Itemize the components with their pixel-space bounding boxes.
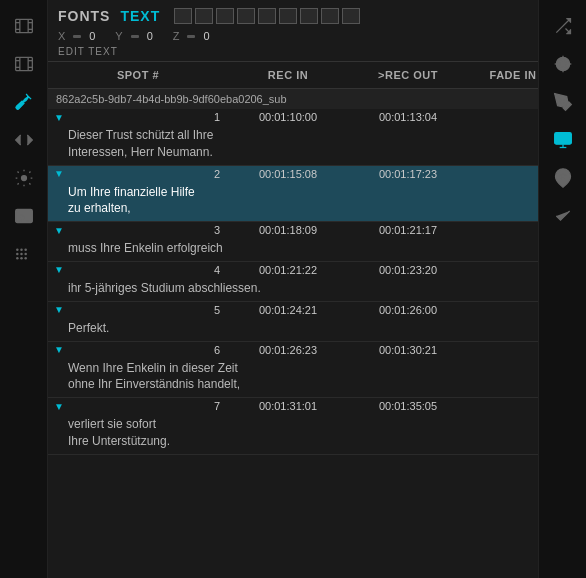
sidebar-item-code[interactable] — [6, 122, 42, 158]
sidebar-item-check[interactable] — [545, 198, 581, 234]
sidebar-item-pen[interactable] — [545, 84, 581, 120]
subtitle-text-6: Wenn Ihre Enkelin in dieser Zeitohne Ihr… — [48, 358, 538, 398]
sidebar-item-monitor[interactable] — [545, 122, 581, 158]
table-row[interactable]: ▼ 7 00:01:31:01 00:01:35:05 — [48, 398, 538, 414]
y-value: 0 — [147, 30, 167, 42]
rec-in-5: 00:01:24:21 — [228, 304, 348, 316]
fonts-label: FONTS — [58, 8, 110, 24]
svg-point-17 — [16, 253, 19, 256]
svg-point-23 — [16, 249, 19, 252]
subtitle-text-2: Um Ihre finanzielle Hilfezu erhalten, — [48, 182, 538, 222]
tc-spot-2: ▼ 2 — [48, 168, 228, 180]
font-box-5[interactable] — [258, 8, 276, 24]
expand-arrow-1[interactable]: ▼ — [54, 112, 64, 123]
svg-point-21 — [24, 253, 27, 256]
svg-point-24 — [20, 249, 23, 252]
tc-spot-3: ▼ 3 — [48, 224, 228, 236]
svg-rect-15 — [15, 209, 32, 222]
sidebar-right — [538, 0, 586, 578]
sidebar-left — [0, 0, 48, 578]
svg-point-18 — [20, 253, 23, 256]
edit-text-label: EDIT TEXT — [58, 46, 528, 57]
tc-spot-7: ▼ 7 — [48, 400, 228, 412]
svg-point-34 — [560, 100, 563, 103]
z-label: Z — [173, 30, 180, 42]
subtitle-text-3: muss Ihre Enkelin erfolgreich — [48, 238, 538, 261]
table-row[interactable]: ▼ 1 00:01:10:00 00:01:13:04 — [48, 109, 538, 125]
font-box-2[interactable] — [195, 8, 213, 24]
font-box-3[interactable] — [216, 8, 234, 24]
header-fade-in: FADE IN — [468, 66, 538, 84]
toolbar: FONTS TEXT X 0 Y 0 Z 0 — [48, 0, 538, 62]
sidebar-item-terminal[interactable] — [6, 198, 42, 234]
expand-arrow-6[interactable]: ▼ — [54, 344, 64, 355]
x-dot — [73, 35, 81, 38]
rec-out-6: 00:01:30:21 — [348, 344, 468, 356]
subtitle-table[interactable]: SPOT # REC IN >REC OUT FADE IN 862a2c5b-… — [48, 62, 538, 578]
spot-num-2: 2 — [68, 168, 228, 180]
spot-num-6: 6 — [68, 344, 228, 356]
y-label: Y — [115, 30, 122, 42]
subtitle-text-7: verliert sie sofortIhre Unterstützung. — [48, 414, 538, 454]
sidebar-item-effects[interactable] — [545, 46, 581, 82]
subtitle-group-5: ▼ 5 00:01:24:21 00:01:26:00 Perfekt. — [48, 302, 538, 342]
expand-arrow-5[interactable]: ▼ — [54, 304, 64, 315]
subtitle-group-6: ▼ 6 00:01:26:23 00:01:30:21 Wenn Ihre En… — [48, 342, 538, 399]
rec-in-3: 00:01:18:09 — [228, 224, 348, 236]
spot-num-4: 4 — [68, 264, 228, 276]
font-box-1[interactable] — [174, 8, 192, 24]
svg-rect-0 — [15, 19, 32, 32]
svg-point-25 — [24, 249, 27, 252]
font-box-8[interactable] — [321, 8, 339, 24]
x-value: 0 — [89, 30, 109, 42]
svg-point-22 — [24, 257, 27, 260]
x-label: X — [58, 30, 65, 42]
sidebar-item-dots[interactable] — [6, 236, 42, 272]
spot-num-1: 1 — [68, 111, 228, 123]
font-box-4[interactable] — [237, 8, 255, 24]
sidebar-item-tools[interactable] — [6, 84, 42, 120]
spot-num-7: 7 — [68, 400, 228, 412]
file-row: 862a2c5b-9db7-4b4d-bb9b-9df60eba0206_sub — [48, 89, 538, 109]
table-row[interactable]: ▼ 4 00:01:21:22 00:01:23:20 — [48, 262, 538, 278]
svg-point-14 — [21, 176, 26, 181]
table-row[interactable]: ▼ 3 00:01:18:09 00:01:21:17 — [48, 222, 538, 238]
rec-out-7: 00:01:35:05 — [348, 400, 468, 412]
sidebar-item-film[interactable] — [6, 8, 42, 44]
spot-num-3: 3 — [68, 224, 228, 236]
svg-rect-35 — [554, 133, 571, 145]
rec-in-1: 00:01:10:00 — [228, 111, 348, 123]
table-row[interactable]: ▼ 2 00:01:15:08 00:01:17:23 — [48, 166, 538, 182]
subtitle-group-7: ▼ 7 00:01:31:01 00:01:35:05 verliert sie… — [48, 398, 538, 455]
sidebar-item-shuffle[interactable] — [545, 8, 581, 44]
file-name: 862a2c5b-9db7-4b4d-bb9b-9df60eba0206_sub — [56, 93, 287, 105]
font-style-boxes — [174, 8, 360, 24]
table-row[interactable]: ▼ 6 00:01:26:23 00:01:30:21 — [48, 342, 538, 358]
font-box-6[interactable] — [279, 8, 297, 24]
expand-arrow-7[interactable]: ▼ — [54, 401, 64, 412]
z-value: 0 — [203, 30, 223, 42]
sidebar-item-film2[interactable] — [6, 46, 42, 82]
font-box-7[interactable] — [300, 8, 318, 24]
rec-out-1: 00:01:13:04 — [348, 111, 468, 123]
expand-arrow-3[interactable]: ▼ — [54, 225, 64, 236]
header-spot: SPOT # — [48, 66, 228, 84]
header-rec-in: REC IN — [228, 66, 348, 84]
expand-arrow-2[interactable]: ▼ — [54, 168, 64, 179]
rec-in-6: 00:01:26:23 — [228, 344, 348, 356]
text-label: TEXT — [120, 8, 160, 24]
table-row[interactable]: ▼ 5 00:01:24:21 00:01:26:00 — [48, 302, 538, 318]
sidebar-item-location[interactable] — [545, 160, 581, 196]
sidebar-item-settings[interactable] — [6, 160, 42, 196]
tc-spot-6: ▼ 6 — [48, 344, 228, 356]
subtitle-group-3: ▼ 3 00:01:18:09 00:01:21:17 muss Ihre En… — [48, 222, 538, 262]
rec-in-2: 00:01:15:08 — [228, 168, 348, 180]
svg-rect-7 — [15, 57, 32, 70]
rec-out-5: 00:01:26:00 — [348, 304, 468, 316]
table-header: SPOT # REC IN >REC OUT FADE IN — [48, 62, 538, 89]
subtitle-group-4: ▼ 4 00:01:21:22 00:01:23:20 ihr 5-jährig… — [48, 262, 538, 302]
font-box-9[interactable] — [342, 8, 360, 24]
svg-point-38 — [560, 174, 565, 179]
expand-arrow-4[interactable]: ▼ — [54, 264, 64, 275]
svg-point-19 — [16, 257, 19, 260]
